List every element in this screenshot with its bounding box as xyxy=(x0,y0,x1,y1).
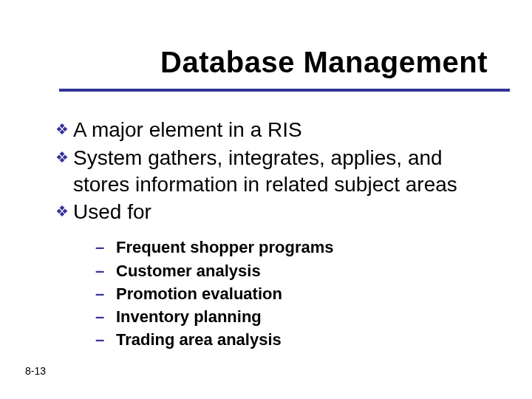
bullet-text: A major element in a RIS xyxy=(73,117,488,143)
dash-bullet-icon: – xyxy=(95,328,116,351)
diamond-bullet-icon: ❖ xyxy=(55,145,73,168)
sub-text: Trading area analysis xyxy=(116,328,488,351)
page-number: 8-13 xyxy=(25,365,46,377)
list-item: – Promotion evaluation xyxy=(95,282,488,305)
dash-bullet-icon: – xyxy=(95,305,116,328)
title-underline xyxy=(59,89,510,92)
sub-text: Promotion evaluation xyxy=(116,282,488,305)
sub-text: Frequent shopper programs xyxy=(116,236,488,259)
diamond-bullet-icon: ❖ xyxy=(55,199,73,222)
list-item: – Frequent shopper programs xyxy=(95,236,488,259)
list-item: – Customer analysis xyxy=(95,259,488,282)
page-title: Database Management xyxy=(160,46,488,79)
diamond-bullet-icon: ❖ xyxy=(55,117,73,140)
slide: Database Management ❖ A major element in… xyxy=(0,0,532,399)
sub-text: Inventory planning xyxy=(116,305,488,328)
content: ❖ A major element in a RIS ❖ System gath… xyxy=(55,117,488,351)
bullet-item: ❖ A major element in a RIS xyxy=(55,117,488,143)
bullet-text: System gathers, integrates, applies, and… xyxy=(73,145,488,198)
dash-bullet-icon: – xyxy=(95,282,116,305)
bullet-item: ❖ System gathers, integrates, applies, a… xyxy=(55,145,488,198)
sub-text: Customer analysis xyxy=(116,259,488,282)
dash-bullet-icon: – xyxy=(95,259,116,282)
dash-bullet-icon: – xyxy=(95,236,116,259)
list-item: – Trading area analysis xyxy=(95,328,488,351)
bullet-text: Used for xyxy=(73,199,488,225)
bullet-item: ❖ Used for xyxy=(55,199,488,225)
list-item: – Inventory planning xyxy=(95,305,488,328)
sub-list: – Frequent shopper programs – Customer a… xyxy=(95,236,488,351)
